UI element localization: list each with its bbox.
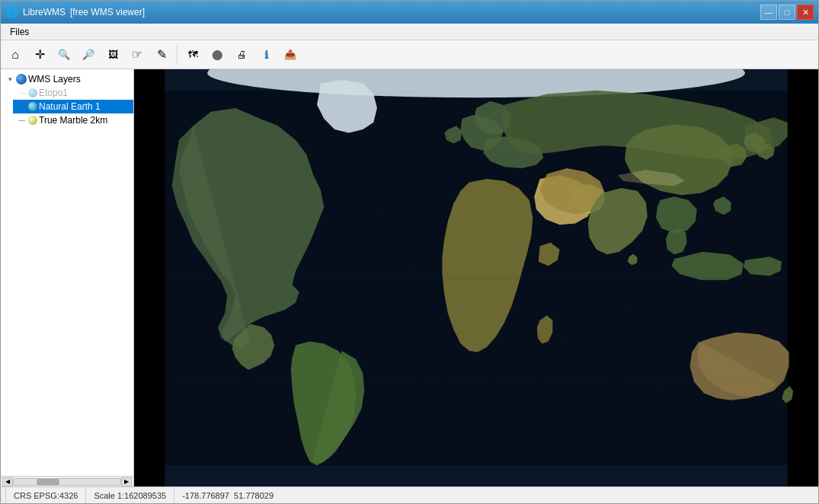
etopo1-expand: —	[16, 87, 28, 99]
export-button[interactable]: 📤	[279, 44, 302, 65]
svg-rect-2	[165, 465, 787, 486]
svg-point-8	[660, 387, 661, 388]
tree-node-etopo1[interactable]: — Etopo1	[13, 86, 133, 100]
toolbar: ⌂ ✛ 🔍 🔎 🖼 ☞ ✎ 🗺 ⬤ 🖨 ℹ	[1, 40, 818, 69]
status-scale: Scale 1:162089535	[86, 487, 174, 503]
etopo1-icon	[28, 88, 37, 97]
circle-button[interactable]: ⬤	[206, 44, 229, 65]
sidebar-scrollbar[interactable]: ◀ ▶	[1, 476, 133, 486]
status-bar: CRS EPSG:4326 Scale 1:162089535 -178.776…	[1, 486, 818, 503]
natural-earth-label: Natural Earth 1	[39, 101, 130, 112]
app-subtitle: [free WMS viewer]	[70, 7, 145, 18]
pencil-button[interactable]: ✎	[150, 44, 173, 65]
scale-label: Scale 1:162089535	[94, 491, 166, 500]
tree-node-natural-earth[interactable]: — Natural Earth 1	[13, 100, 133, 113]
natural-earth-expand: —	[16, 100, 28, 113]
status-coordinates: -178.776897 51.778029	[174, 487, 281, 503]
title-bar: 🌐 LibreWMS [free WMS viewer] — □ ✕	[1, 1, 818, 24]
sidebar: ▾ WMS Layers — Etopo1 —	[1, 69, 134, 486]
zoom-out-button[interactable]: 🔎	[77, 44, 100, 65]
main-content: ▾ WMS Layers — Etopo1 —	[1, 69, 818, 486]
zoom-in-button[interactable]: 🔍	[53, 44, 75, 65]
scroll-left-button[interactable]: ◀	[2, 477, 13, 486]
wms-globe-icon	[16, 74, 27, 85]
home-button[interactable]: ⌂	[4, 44, 27, 65]
app-icon: 🌐	[5, 6, 18, 18]
menu-files[interactable]: Files	[4, 25, 35, 39]
info-icon: ℹ	[264, 49, 268, 60]
toolbar-separator-1	[177, 45, 178, 65]
latitude-label: 51.778029	[234, 491, 274, 500]
tree-node-wms-layers[interactable]: ▾ WMS Layers	[1, 72, 133, 86]
pointer-button[interactable]: ☞	[126, 44, 149, 65]
scroll-right-button[interactable]: ▶	[121, 477, 132, 486]
pencil-icon: ✎	[157, 49, 167, 61]
true-marble-expand: —	[16, 114, 28, 126]
expand-icon: ▾	[4, 73, 16, 85]
move-icon: ✛	[35, 49, 45, 61]
main-window: 🌐 LibreWMS [free WMS viewer] — □ ✕ Files…	[0, 0, 819, 504]
minimize-button[interactable]: —	[760, 5, 777, 20]
info-button[interactable]: ℹ	[254, 44, 277, 65]
close-button[interactable]: ✕	[797, 5, 814, 20]
home-icon: ⌂	[11, 49, 19, 61]
pointer-icon: ☞	[132, 49, 142, 61]
move-button[interactable]: ✛	[28, 44, 51, 65]
map-area[interactable]	[134, 69, 818, 486]
natural-earth-icon	[28, 102, 37, 111]
wms-layers-label: WMS Layers	[28, 74, 130, 85]
svg-point-5	[411, 266, 413, 268]
status-crs: CRS EPSG:4326	[5, 487, 86, 503]
menu-bar: Files	[1, 24, 818, 40]
print-button[interactable]: 🖨	[230, 44, 253, 65]
map-button[interactable]: 🗺	[181, 44, 204, 65]
app-title: LibreWMS	[23, 7, 66, 18]
crs-label: CRS EPSG:4326	[14, 491, 78, 500]
world-map	[134, 69, 818, 486]
maximize-button[interactable]: □	[779, 5, 795, 20]
longitude-label: -178.776897	[182, 491, 229, 500]
scrollbar-track[interactable]	[13, 478, 121, 486]
tree-children: — Etopo1 — Natural Earth 1 — True M	[13, 86, 133, 127]
svg-point-7	[624, 309, 625, 311]
export-icon: 📤	[284, 49, 296, 59]
title-bar-left: 🌐 LibreWMS [free WMS viewer]	[5, 6, 145, 18]
zoom-out-icon: 🔎	[82, 49, 94, 59]
image-icon: 🖼	[108, 49, 118, 59]
image-button[interactable]: 🖼	[101, 44, 124, 65]
svg-point-4	[376, 210, 378, 212]
print-icon: 🖨	[237, 49, 247, 59]
true-marble-icon	[28, 116, 37, 125]
scrollbar-thumb[interactable]	[37, 479, 59, 485]
title-bar-buttons: — □ ✕	[760, 5, 814, 20]
tree-node-true-marble[interactable]: — True Marble 2km	[13, 113, 133, 127]
true-marble-label: True Marble 2km	[39, 115, 130, 126]
sidebar-tree[interactable]: ▾ WMS Layers — Etopo1 —	[1, 69, 133, 476]
zoom-in-icon: 🔍	[58, 49, 70, 59]
map-icon: 🗺	[188, 49, 198, 59]
svg-point-6	[561, 337, 562, 339]
etopo1-label: Etopo1	[39, 88, 130, 98]
circle-icon: ⬤	[212, 49, 223, 59]
